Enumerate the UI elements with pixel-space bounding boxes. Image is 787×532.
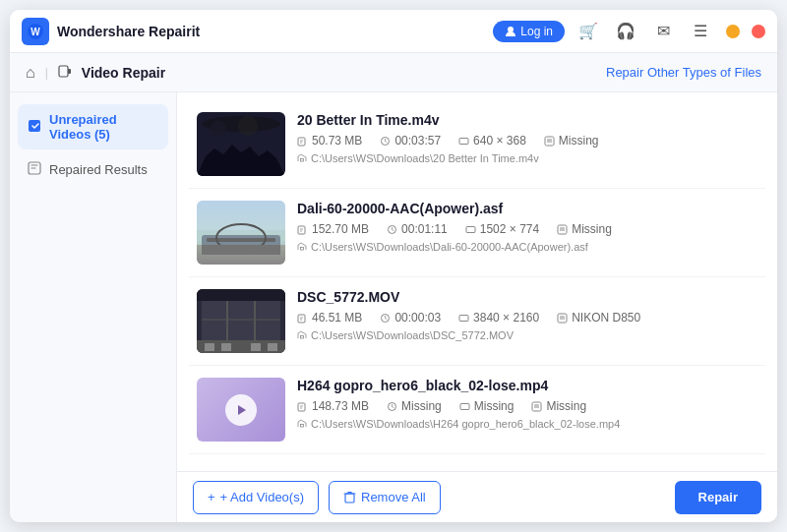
home-icon[interactable]: ⌂ xyxy=(26,64,35,82)
nav-separator: | xyxy=(45,66,48,80)
file-meta: 50.73 MB 00:03:57 640 × 368 xyxy=(297,134,757,148)
file-thumbnail xyxy=(197,378,285,442)
svg-rect-36 xyxy=(251,343,261,351)
file-info: DSC_5772.MOV 46.51 MB 00:00:03 xyxy=(297,289,757,341)
file-resolution: 3840 × 2160 xyxy=(458,311,539,325)
svg-rect-20 xyxy=(197,245,285,265)
bottom-bar: + + Add Video(s) Remove All Repair xyxy=(177,471,777,522)
play-icon xyxy=(225,394,257,426)
app-window: W Wondershare Repairit Log in 🛒 🎧 ✉ ☰ ⌂ … xyxy=(10,10,777,522)
headset-icon-button[interactable]: 🎧 xyxy=(612,18,639,45)
mail-icon-button[interactable]: ✉ xyxy=(649,18,677,45)
svg-rect-34 xyxy=(205,343,214,351)
repair-button[interactable]: Repair xyxy=(675,481,761,514)
svg-rect-43 xyxy=(301,336,304,339)
file-info: 20 Better In Time.m4v 50.73 MB 00:03:57 xyxy=(297,112,757,164)
svg-rect-14 xyxy=(547,139,552,143)
app-title: Wondershare Repairit xyxy=(57,24,200,39)
table-row: DSC_5772.MOV 46.51 MB 00:00:03 xyxy=(189,277,765,366)
file-size: 46.51 MB xyxy=(297,311,362,325)
svg-rect-26 xyxy=(301,248,304,251)
svg-rect-40 xyxy=(459,315,468,321)
file-device: Missing xyxy=(557,222,612,236)
file-path: C:\Users\WS\Downloads\Dali-60-20000-AAC(… xyxy=(297,241,757,253)
cart-icon-button[interactable]: 🛒 xyxy=(575,18,602,45)
svg-rect-25 xyxy=(560,227,565,231)
file-list: 20 Better In Time.m4v 50.73 MB 00:03:57 xyxy=(177,92,777,471)
svg-rect-21 xyxy=(298,226,305,234)
file-path: C:\Users\WS\Downloads\H264 gopro_hero6_b… xyxy=(297,418,757,430)
sidebar: Unrepaired Videos (5) Repaired Results xyxy=(10,92,177,522)
repair-other-link[interactable]: Repair Other Types of Files xyxy=(606,65,761,80)
file-device: Missing xyxy=(544,134,599,148)
file-thumbnail xyxy=(197,289,285,353)
unrepaired-icon xyxy=(28,119,41,136)
main-layout: Unrepaired Videos (5) Repaired Results xyxy=(10,92,777,522)
nav-bar: ⌂ | Video Repair Repair Other Types of F… xyxy=(10,53,777,92)
file-duration: Missing xyxy=(387,399,442,413)
file-thumbnail xyxy=(197,201,285,265)
trash-icon xyxy=(343,491,356,503)
svg-text:W: W xyxy=(30,27,40,37)
nav-left: ⌂ | Video Repair xyxy=(26,64,165,82)
sidebar-unrepaired-label: Unrepaired Videos (5) xyxy=(49,112,158,142)
svg-rect-17 xyxy=(197,230,285,245)
repaired-icon xyxy=(28,161,41,178)
app-logo: W xyxy=(22,18,49,45)
file-size: 148.73 MB xyxy=(297,399,369,413)
remove-all-button[interactable]: Remove All xyxy=(329,481,441,514)
svg-rect-4 xyxy=(68,69,71,74)
file-size: 152.70 MB xyxy=(297,222,369,236)
close-button[interactable] xyxy=(752,25,765,38)
menu-icon-button[interactable]: ☰ xyxy=(687,18,714,45)
minimize-button[interactable] xyxy=(726,25,740,38)
svg-rect-35 xyxy=(221,343,231,351)
title-bar: W Wondershare Repairit Log in 🛒 🎧 ✉ ☰ xyxy=(10,10,777,53)
video-repair-icon xyxy=(58,64,72,81)
add-videos-button[interactable]: + + Add Video(s) xyxy=(193,481,319,514)
svg-rect-51 xyxy=(345,494,354,502)
file-name: Dali-60-20000-AAC(Apower).asf xyxy=(297,201,757,216)
svg-rect-12 xyxy=(459,138,468,144)
sidebar-item-unrepaired[interactable]: Unrepaired Videos (5) xyxy=(18,104,168,149)
title-bar-right: Log in 🛒 🎧 ✉ ☰ xyxy=(493,18,765,45)
svg-rect-33 xyxy=(202,319,280,321)
svg-rect-23 xyxy=(466,226,475,232)
file-resolution: Missing xyxy=(459,399,515,413)
file-duration: 00:01:11 xyxy=(387,222,448,236)
file-path: C:\Users\WS\Downloads\DSC_5772.MOV xyxy=(297,329,757,341)
file-name: 20 Better In Time.m4v xyxy=(297,112,757,128)
file-info: H264 gopro_hero6_black_02-lose.mp4 148.7… xyxy=(297,378,757,430)
nav-section-title: Video Repair xyxy=(82,65,165,81)
svg-rect-47 xyxy=(460,403,469,409)
svg-rect-50 xyxy=(301,425,304,428)
file-path: C:\Users\WS\Downloads\20 Better In Time.… xyxy=(297,152,757,164)
content-area: 20 Better In Time.m4v 50.73 MB 00:03:57 xyxy=(177,92,777,522)
sidebar-repaired-label: Repaired Results xyxy=(49,162,148,177)
svg-rect-10 xyxy=(298,138,305,146)
svg-rect-15 xyxy=(301,159,304,162)
svg-rect-45 xyxy=(298,403,305,411)
file-size: 50.73 MB xyxy=(297,134,362,148)
svg-rect-42 xyxy=(560,316,565,320)
file-device: NIKON D850 xyxy=(557,311,640,325)
file-thumbnail xyxy=(197,112,285,176)
add-icon: + xyxy=(208,490,215,504)
file-name: DSC_5772.MOV xyxy=(297,289,757,305)
file-meta: 152.70 MB 00:01:11 1502 × 774 xyxy=(297,222,757,236)
sidebar-item-repaired[interactable]: Repaired Results xyxy=(18,153,168,186)
file-name: H264 gopro_hero6_black_02-lose.mp4 xyxy=(297,378,757,393)
file-meta: 148.73 MB Missing Missing xyxy=(297,399,757,413)
svg-rect-16 xyxy=(197,201,285,230)
login-button[interactable]: Log in xyxy=(493,21,565,42)
svg-rect-38 xyxy=(298,315,305,323)
svg-rect-28 xyxy=(197,289,285,301)
file-meta: 46.51 MB 00:00:03 3840 × 2160 xyxy=(297,311,757,325)
file-device: Missing xyxy=(531,399,586,413)
table-row: 20 Better In Time.m4v 50.73 MB 00:03:57 xyxy=(189,100,765,189)
file-resolution: 640 × 368 xyxy=(458,134,526,148)
svg-rect-37 xyxy=(268,343,277,351)
svg-marker-44 xyxy=(238,405,246,415)
svg-rect-5 xyxy=(29,120,40,132)
file-info: Dali-60-20000-AAC(Apower).asf 152.70 MB … xyxy=(297,201,757,253)
